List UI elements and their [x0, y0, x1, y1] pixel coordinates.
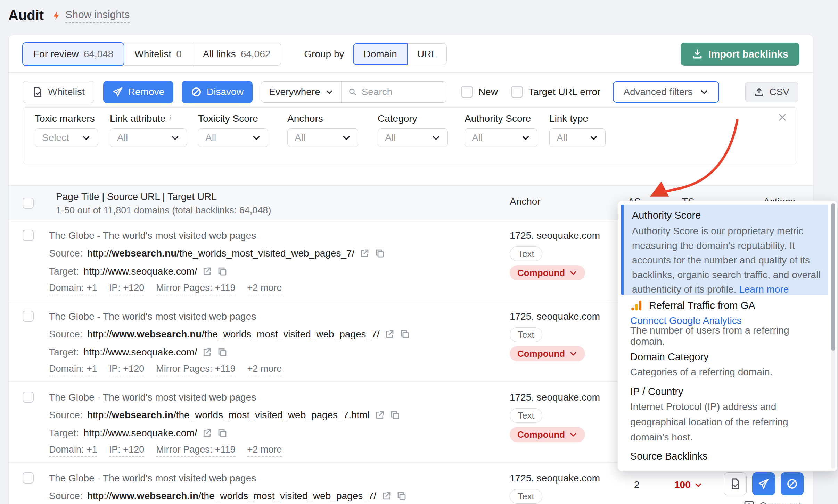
ip-tag[interactable]: IP: +120 — [109, 283, 144, 295]
row-whitelist-button[interactable] — [724, 472, 747, 495]
filter-panel-close-button[interactable] — [778, 112, 787, 122]
copy-icon[interactable] — [217, 428, 228, 438]
row-comment-button[interactable]: Comment — [743, 500, 802, 504]
tab-whitelist[interactable]: Whitelist 0 — [124, 43, 192, 66]
filter-label-wrap: Link attribute i — [110, 113, 171, 124]
domain-tag[interactable]: Domain: +1 — [49, 283, 97, 295]
toxicity-score-select[interactable]: All — [198, 128, 268, 147]
disavow-button[interactable]: Disavow — [182, 81, 253, 103]
anchor-cell: 1725. seoquake.com Text Compound — [510, 470, 600, 504]
mirror-pages-tag[interactable]: Mirror Pages: +119 — [156, 283, 235, 295]
anchor-text: 1725. seoquake.com — [510, 228, 600, 244]
domain-tag[interactable]: Domain: +1 — [49, 444, 97, 457]
learn-more-link[interactable]: Learn more — [739, 284, 789, 295]
external-link-icon[interactable] — [381, 491, 392, 501]
authority-score-select[interactable]: All — [465, 128, 537, 147]
toxicity-score-value[interactable]: 100 — [674, 479, 703, 490]
external-link-icon[interactable] — [384, 329, 395, 339]
target-url: http://www.seoquake.com/ — [84, 347, 197, 358]
source-label: Source: — [49, 329, 83, 340]
row-checkbox[interactable] — [23, 392, 34, 403]
doc-check-icon — [32, 86, 43, 98]
link-type-select[interactable]: All — [549, 128, 606, 147]
filter-label: Link type — [549, 113, 588, 124]
target-url-error-checkbox[interactable]: Target URL error — [511, 86, 600, 98]
filter-value: All — [557, 132, 567, 143]
external-link-icon[interactable] — [202, 347, 212, 358]
whitelist-button[interactable]: Whitelist — [23, 81, 94, 103]
anchor-type-badge[interactable]: Compound — [510, 265, 585, 280]
search-icon — [348, 87, 357, 97]
download-icon — [692, 49, 703, 60]
mirror-pages-tag[interactable]: Mirror Pages: +119 — [156, 363, 235, 376]
copy-icon[interactable] — [375, 248, 385, 259]
anchor-type-badge[interactable]: Compound — [510, 427, 585, 442]
csv-label: CSV — [769, 86, 789, 98]
advanced-filters-button[interactable]: Advanced filters — [613, 81, 719, 103]
anchor-type-badge[interactable]: Compound — [510, 346, 585, 361]
tab-for-review[interactable]: For review 64,048 — [22, 42, 124, 66]
checkbox-box[interactable] — [461, 86, 473, 98]
source-label: Source: — [49, 410, 83, 421]
external-link-icon[interactable] — [375, 410, 385, 420]
chevron-down-icon — [694, 481, 703, 489]
anchor-text: 1725. seoquake.com — [510, 309, 600, 325]
row-disavow-button[interactable] — [781, 472, 804, 495]
copy-icon[interactable] — [217, 266, 228, 277]
group-by-domain[interactable]: Domain — [353, 43, 407, 65]
more-tag[interactable]: +2 more — [247, 283, 282, 295]
copy-icon[interactable] — [400, 329, 410, 339]
source-label: Source: — [49, 248, 83, 259]
mirror-pages-tag[interactable]: Mirror Pages: +119 — [156, 444, 235, 457]
external-link-icon[interactable] — [202, 428, 212, 438]
category-select[interactable]: All — [378, 128, 448, 147]
ip-tag[interactable]: IP: +120 — [109, 444, 144, 457]
row-main: The Globe - The world's most visited web… — [49, 308, 410, 378]
checkbox-box[interactable] — [511, 86, 523, 98]
row-remove-button[interactable] — [752, 472, 775, 495]
copy-icon[interactable] — [390, 410, 400, 420]
tab-all-links[interactable]: All links 64,062 — [192, 43, 281, 66]
upload-icon — [754, 87, 764, 97]
row-main: The Globe - The world's most visited web… — [49, 227, 385, 297]
tooltip-authority-score-section: Authority Score Authority Score is our p… — [621, 205, 828, 295]
more-tag[interactable]: +2 more — [247, 363, 282, 376]
external-link-icon[interactable] — [202, 266, 212, 277]
row-actions — [724, 472, 804, 495]
group-by-url[interactable]: URL — [408, 43, 447, 65]
row-checkbox[interactable] — [23, 472, 34, 484]
filter-label: Toxicity Score — [198, 113, 258, 124]
search-scope-dropdown[interactable]: Everywhere — [261, 82, 342, 102]
target-url: http://www.seoquake.com/ — [84, 428, 197, 439]
copy-icon[interactable] — [396, 491, 407, 501]
remove-button[interactable]: Remove — [103, 81, 173, 103]
page-title-text: The Globe - The world's most visited web… — [49, 389, 400, 406]
select-all-checkbox[interactable] — [23, 198, 34, 209]
link-attribute-select[interactable]: All — [110, 128, 187, 147]
more-tag[interactable]: +2 more — [247, 444, 282, 457]
external-link-icon[interactable] — [359, 248, 370, 259]
domain-tag[interactable]: Domain: +1 — [49, 363, 97, 376]
tooltip-scrollbar-thumb[interactable] — [831, 203, 835, 351]
paper-plane-icon — [758, 478, 770, 490]
anchors-select[interactable]: All — [287, 128, 358, 147]
filter-value: All — [295, 132, 305, 143]
search-input[interactable] — [362, 86, 439, 98]
anchor-cell: 1725. seoquake.com Text Compound — [510, 228, 600, 280]
new-checkbox[interactable]: New — [461, 86, 498, 98]
ip-tag[interactable]: IP: +120 — [109, 363, 144, 376]
row-checkbox[interactable] — [23, 230, 34, 241]
source-url-line: Source: http://websearch.nu/the_worlds_m… — [49, 244, 385, 262]
show-insights-link[interactable]: Show insights — [51, 9, 130, 23]
toxic-markers-select[interactable]: Select — [35, 128, 98, 147]
import-backlinks-button[interactable]: Import backlinks — [681, 43, 799, 66]
info-icon[interactable]: i — [169, 113, 171, 124]
tooltip-section-body: Authority Score is our proprietary metri… — [632, 224, 821, 297]
no-entry-icon — [191, 86, 202, 98]
export-csv-button[interactable]: CSV — [745, 82, 798, 102]
column-header-page-title: Page Title | Source URL | Target URL — [56, 191, 217, 202]
link-type-badge: Text — [510, 489, 542, 504]
copy-icon[interactable] — [217, 347, 228, 358]
tooltip-section-title: Source Backlinks — [630, 448, 822, 464]
row-checkbox[interactable] — [23, 311, 34, 322]
